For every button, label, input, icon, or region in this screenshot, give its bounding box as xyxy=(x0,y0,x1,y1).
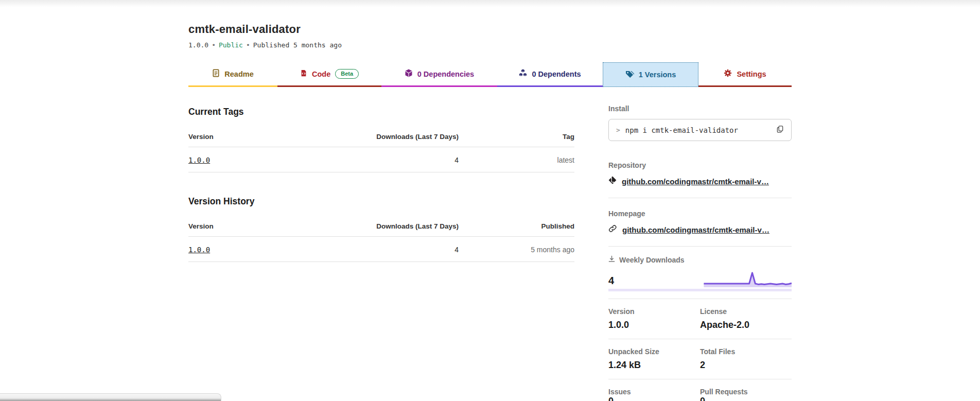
tab-code[interactable]: Code Beta xyxy=(277,62,381,87)
weekly-downloads-section: Weekly Downloads 4 xyxy=(608,247,792,299)
stat-label-issues: Issues xyxy=(608,388,700,396)
package-published: Published 5 months ago xyxy=(253,41,342,49)
header-published: Published xyxy=(459,215,574,237)
table-header-row: Version Downloads (Last 7 Days) Publishe… xyxy=(188,215,574,237)
homepage-label: Homepage xyxy=(608,210,792,218)
tab-label: 0 Dependencies xyxy=(417,70,474,78)
downloads-value: 4 xyxy=(304,147,459,172)
tab-dependencies[interactable]: 0 Dependencies xyxy=(381,62,497,87)
repository-section: Repository github.com/codingmastr/cmtk-e… xyxy=(608,150,792,198)
readme-icon xyxy=(212,69,220,79)
code-icon xyxy=(300,69,307,79)
dependencies-icon xyxy=(405,69,413,79)
git-icon xyxy=(608,176,617,186)
homepage-section: Homepage github.com/codingmastr/cmtk-ema… xyxy=(608,198,792,247)
table-header-row: Version Downloads (Last 7 Days) Tag xyxy=(188,126,574,147)
tab-readme[interactable]: Readme xyxy=(188,62,277,87)
copy-icon xyxy=(776,125,784,135)
pull-requests-link[interactable]: 0 xyxy=(700,396,705,401)
tab-settings[interactable]: Settings xyxy=(698,62,792,87)
copy-button[interactable] xyxy=(776,125,784,135)
version-link[interactable]: 1.0.0 xyxy=(188,246,210,254)
tab-label: Readme xyxy=(224,70,253,78)
version-history-table: Version Downloads (Last 7 Days) Publishe… xyxy=(188,215,574,262)
package-visibility: Public xyxy=(219,41,243,49)
page-top-shadow xyxy=(0,0,980,7)
main-column: Current Tags Version Downloads (Last 7 D… xyxy=(188,87,574,401)
browser-status-bar xyxy=(0,393,221,401)
header-downloads: Downloads (Last 7 Days) xyxy=(304,126,459,147)
version-history-title: Version History xyxy=(188,196,574,207)
weekly-downloads-chart: 4 xyxy=(608,267,792,291)
beta-badge: Beta xyxy=(335,69,359,79)
settings-icon xyxy=(724,69,732,79)
downloads-value: 4 xyxy=(304,237,459,262)
published-value: 5 months ago xyxy=(459,237,574,262)
versions-icon xyxy=(625,70,634,80)
header-downloads: Downloads (Last 7 Days) xyxy=(304,215,459,237)
homepage-link[interactable]: github.com/codingmastr/cmtk-email-v… xyxy=(622,225,769,234)
dependents-icon xyxy=(519,69,527,79)
stat-label-total-files: Total Files xyxy=(700,347,792,356)
issues-link[interactable]: 0 xyxy=(608,396,614,401)
separator-dot: • xyxy=(208,41,219,49)
tab-dependents[interactable]: 0 Dependents xyxy=(497,62,603,87)
download-icon xyxy=(608,255,615,265)
stat-label-pull-requests: Pull Requests xyxy=(700,388,792,396)
tab-label: 1 Versions xyxy=(639,71,676,79)
current-tags-title: Current Tags xyxy=(188,107,574,117)
tab-bar: Readme Code Beta 0 Dependencies 0 Depend… xyxy=(188,62,792,87)
tab-label: Settings xyxy=(737,70,766,78)
stat-label-version: Version xyxy=(608,307,700,316)
stat-value-version: 1.0.0 xyxy=(608,320,700,330)
tab-label: 0 Dependents xyxy=(532,70,581,78)
stats-row: Issues 0 Pull Requests 0 xyxy=(608,379,792,401)
stat-label-license: License xyxy=(700,307,792,316)
stats-row: Unpacked Size 1.24 kB Total Files 2 xyxy=(608,339,792,379)
weekly-downloads-count: 4 xyxy=(608,275,614,287)
stat-value-total-files: 2 xyxy=(700,360,792,371)
package-subline: 1.0.0•Public•Published 5 months ago xyxy=(188,41,792,49)
prompt-icon: > xyxy=(616,126,620,134)
install-section: Install > npm i cmtk-email-validator xyxy=(608,87,792,150)
package-version: 1.0.0 xyxy=(188,41,208,49)
separator-dot: • xyxy=(243,41,253,49)
table-row: 1.0.0 4 5 months ago xyxy=(188,237,574,262)
install-command: npm i cmtk-email-validator xyxy=(625,126,738,134)
sidebar: Install > npm i cmtk-email-validator Rep… xyxy=(608,87,792,401)
stat-label-unpacked-size: Unpacked Size xyxy=(608,347,700,356)
repository-link[interactable]: github.com/codingmastr/cmtk-email-v… xyxy=(622,177,769,186)
version-link[interactable]: 1.0.0 xyxy=(188,156,210,164)
package-title: cmtk-email-validator xyxy=(188,23,792,36)
tag-value: latest xyxy=(459,147,574,172)
header-version: Version xyxy=(188,215,304,237)
header-tag: Tag xyxy=(459,126,574,147)
weekly-downloads-label: Weekly Downloads xyxy=(619,256,685,264)
sparkline-track xyxy=(608,289,792,291)
table-row: 1.0.0 4 latest xyxy=(188,147,574,172)
header-version: Version xyxy=(188,126,304,147)
tab-label: Code xyxy=(312,70,330,78)
stat-value-license: Apache-2.0 xyxy=(700,320,792,330)
tab-versions[interactable]: 1 Versions xyxy=(603,62,698,87)
stats-row: Version 1.0.0 License Apache-2.0 xyxy=(608,299,792,339)
install-label: Install xyxy=(608,104,792,113)
install-command-box[interactable]: > npm i cmtk-email-validator xyxy=(608,119,792,141)
current-tags-table: Version Downloads (Last 7 Days) Tag 1.0.… xyxy=(188,126,574,172)
content-area: Current Tags Version Downloads (Last 7 D… xyxy=(188,87,792,401)
repository-label: Repository xyxy=(608,161,792,169)
link-icon xyxy=(608,224,617,235)
downloads-sparkline xyxy=(637,270,792,289)
package-page: cmtk-email-validator 1.0.0•Public•Publis… xyxy=(188,23,792,401)
stat-value-unpacked-size: 1.24 kB xyxy=(608,360,700,371)
